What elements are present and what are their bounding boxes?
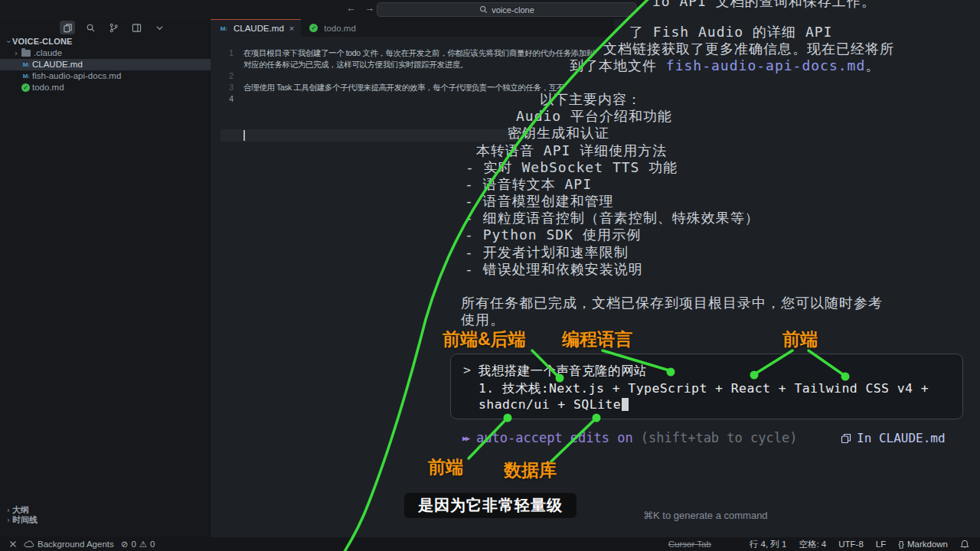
bell-icon[interactable] bbox=[960, 540, 969, 549]
error-icon: ⊘ bbox=[121, 539, 129, 549]
file-link[interactable]: fish-audio-api-docs.md bbox=[666, 57, 865, 73]
chevron-right-icon: › bbox=[5, 515, 12, 525]
annotation-frontend-backend: 前端&后端 bbox=[443, 328, 526, 351]
current-line-highlight bbox=[220, 129, 534, 142]
chat-input-row1: 我想搭建一个声音克隆的网站 bbox=[479, 363, 647, 380]
chevron-right-icon: › bbox=[12, 47, 20, 59]
chat-message-line: 密钥生成和认证 bbox=[508, 125, 609, 142]
auto-accept-label: auto-accept edits on bbox=[476, 430, 633, 445]
command-center-search[interactable]: voice-clone bbox=[377, 2, 637, 17]
code-line-3: 合理使用 Task 工具创建多个子代理来提高开发的效率，每个子代理负责一个独立的… bbox=[243, 82, 564, 93]
back-button[interactable]: ← bbox=[346, 2, 356, 14]
chat-message-line: 本转语音 API 详细使用方法 bbox=[476, 142, 667, 159]
sidebar-item-claude-folder[interactable]: › .claude bbox=[0, 47, 211, 59]
markdown-icon: M↓ bbox=[217, 25, 230, 32]
code-line-1-wrap: 对应的任务标记为已完成，这样可以方便我们实时跟踪开发进度。 bbox=[243, 59, 468, 70]
chevron-down-icon[interactable] bbox=[152, 21, 167, 34]
copy-icon bbox=[841, 433, 851, 444]
auto-accept-hint: (shift+tab to cycle) bbox=[641, 430, 798, 445]
chat-message-line: - 细粒度语音控制（音素控制、特殊效果等） bbox=[465, 210, 760, 227]
chat-input-row3: shadcn/ui + SQLite bbox=[479, 397, 629, 412]
chat-context-pill[interactable]: In CLAUDE.md bbox=[841, 431, 946, 445]
chevron-right-icon: › bbox=[5, 505, 12, 515]
tab-todo-md[interactable]: ✓ todo.md bbox=[301, 19, 363, 37]
auto-accept-toggle[interactable]: ▶▶ auto-accept edits on (shift+tab to cy… bbox=[462, 430, 797, 445]
timeline-section[interactable]: › 时间线 bbox=[0, 515, 211, 525]
search-icon bbox=[479, 5, 488, 14]
markdown-icon: M↓ bbox=[20, 59, 32, 70]
cloud-icon bbox=[24, 540, 34, 548]
search-value: voice-clone bbox=[492, 5, 534, 15]
chat-input-row2: 1. 技术栈:Next.js + TypeScript + React + Ta… bbox=[479, 380, 929, 397]
cmdk-hint: ⌘K to generate a command bbox=[643, 510, 768, 521]
check-icon: ✓ bbox=[309, 24, 318, 32]
prompt-chevron: > bbox=[463, 363, 471, 377]
language-indicator[interactable]: {} Markdown bbox=[898, 540, 948, 549]
double-play-icon: ▶▶ bbox=[462, 434, 469, 442]
chat-message-line: 使用。 bbox=[461, 311, 505, 328]
outline-section[interactable]: › 大纲 bbox=[0, 505, 211, 515]
line-col-indicator[interactable]: 行 4, 列 1 bbox=[750, 539, 787, 550]
eol-indicator[interactable]: LF bbox=[876, 540, 886, 549]
sidebar-item-claude-md[interactable]: M↓ CLAUDE.md bbox=[0, 59, 211, 70]
chat-message-line: - Python SDK 使用示例 bbox=[465, 227, 641, 243]
annotation-frontend-top: 前端 bbox=[782, 328, 818, 351]
chat-message-line: - 开发者计划和速率限制 bbox=[465, 244, 629, 261]
tab-strip: M↓ CLAUDE.md × ✓ todo.md bbox=[211, 19, 614, 37]
editor-layout-icon[interactable] bbox=[129, 21, 144, 34]
cursor-tab-toggle[interactable]: Cursor Tab bbox=[668, 540, 711, 549]
close-icon[interactable]: × bbox=[289, 24, 294, 33]
annotation-database: 数据库 bbox=[504, 458, 557, 482]
explorer-sidebar: › VOICE-CLONE › .claude M↓ CLAUDE.md M↓ … bbox=[0, 19, 211, 537]
code-line-1: 在项目根目录下我创建了一个 todo 文件，每次在开发之前，你都应该先将我们商量… bbox=[243, 47, 609, 59]
indentation-indicator[interactable]: 空格: 4 bbox=[799, 539, 826, 550]
warning-icon: ⚠ bbox=[139, 539, 147, 549]
sidebar-item-fish-docs[interactable]: M↓ fish-audio-api-docs.md bbox=[0, 70, 211, 82]
background-agents-button[interactable]: Background Agents bbox=[24, 540, 114, 549]
app-window: ← → voice-clone › bbox=[0, 0, 980, 551]
chat-message-line: io API 文档的查询和保存工作。 bbox=[652, 0, 876, 10]
text-cursor bbox=[622, 398, 629, 411]
chat-message-line: Audio 平台介绍和功能 bbox=[516, 108, 672, 125]
project-root-row[interactable]: › VOICE-CLONE bbox=[0, 36, 211, 47]
chat-message-line: 所有任务都已完成，文档已保存到项目根目录中，您可以随时参考 bbox=[461, 295, 883, 311]
new-file-icon[interactable] bbox=[60, 21, 75, 34]
chat-message-line: - 错误处理和依赖安装说明 bbox=[465, 261, 643, 278]
problems-indicator[interactable]: ⊘0 ⚠0 bbox=[121, 539, 155, 549]
chat-message-line: 了 Fish Audio 的详细 API bbox=[629, 24, 832, 41]
annotation-frontend-bottom: 前端 bbox=[428, 455, 463, 479]
chat-input[interactable]: > 我想搭建一个声音克隆的网站 1. 技术栈:Next.js + TypeScr… bbox=[450, 354, 963, 419]
chat-message-line: - 实时 WebSocket TTS 功能 bbox=[466, 159, 678, 176]
editor-caret bbox=[243, 130, 245, 141]
sidebar-item-todo-md[interactable]: ✓ todo.md bbox=[0, 82, 211, 93]
check-icon: ✓ bbox=[21, 83, 30, 92]
tab-claude-md[interactable]: M↓ CLAUDE.md × bbox=[211, 19, 301, 37]
braces-icon: {} bbox=[898, 540, 904, 549]
chat-message-line: 以下主要内容： bbox=[540, 91, 642, 108]
chat-message-line: 文档链接获取了更多准确信息。现在已经将所 bbox=[603, 41, 894, 57]
search-icon[interactable] bbox=[83, 21, 98, 34]
project-name: VOICE-CLONE bbox=[12, 36, 73, 47]
chat-message-line: - 语音转文本 API bbox=[465, 176, 592, 193]
encoding-indicator[interactable]: UTF-8 bbox=[838, 540, 864, 549]
annotation-language: 编程语言 bbox=[562, 328, 632, 351]
chat-message-line: - 语音模型创建和管理 bbox=[465, 193, 614, 210]
video-subtitle: 是因为它非常轻量级 bbox=[404, 493, 577, 518]
chat-message-line: 到了本地文件 fish-audio-api-docs.md。 bbox=[570, 57, 880, 74]
markdown-icon: M↓ bbox=[20, 70, 32, 82]
folder-icon bbox=[21, 50, 31, 57]
remote-icon[interactable] bbox=[9, 540, 17, 548]
source-control-branch-icon[interactable] bbox=[106, 21, 121, 34]
forward-button[interactable]: → bbox=[364, 2, 374, 14]
status-bar: Background Agents ⊘0 ⚠0 Cursor Tab 行 4, … bbox=[0, 537, 980, 551]
